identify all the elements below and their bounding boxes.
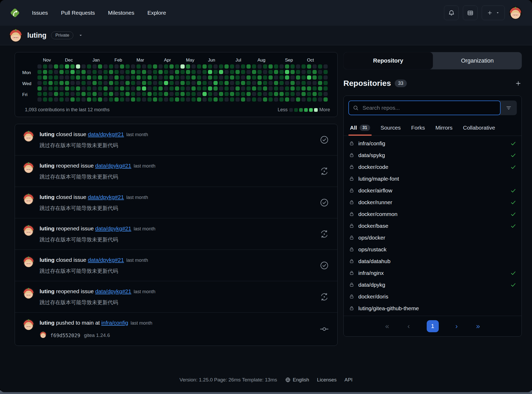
tab-repository[interactable]: Repository <box>343 52 433 69</box>
repo-list-item[interactable]: docker/base <box>344 220 522 232</box>
repo-list-item[interactable]: docker/airflow <box>344 185 522 196</box>
feed-actor-link[interactable]: luting <box>40 288 54 294</box>
nav-link-pull-requests[interactable]: Pull Requests <box>61 10 95 16</box>
next-page-button[interactable]: › <box>454 323 459 330</box>
feed-item-title: luting reopened issue data/dpykg#21 last… <box>40 225 319 233</box>
user-menu-avatar[interactable] <box>509 6 522 19</box>
feed-actor-avatar[interactable] <box>23 256 34 269</box>
footer-link-api[interactable]: API <box>344 377 353 383</box>
heatmap-cell <box>285 86 289 91</box>
search-icon <box>353 105 359 111</box>
feed-actor-avatar[interactable] <box>23 162 34 174</box>
heatmap-cell <box>191 92 196 96</box>
nav-link-explore[interactable]: Explore <box>147 10 166 16</box>
repo-list-item[interactable]: docker/runner <box>344 196 522 208</box>
heatmap-cell <box>65 97 69 102</box>
feed-actor-link[interactable]: luting <box>40 194 54 200</box>
page-1-button[interactable]: 1 <box>427 320 439 332</box>
repo-search-input[interactable] <box>362 104 496 111</box>
filter-tab-sources[interactable]: Sources <box>381 125 401 136</box>
feed-target-link[interactable]: data/dpykg#21 <box>95 225 131 231</box>
feed-target-link[interactable]: data/dpykg#21 <box>88 194 124 200</box>
heatmap-cell <box>230 92 234 96</box>
heatmap-cell <box>125 64 130 69</box>
heatmap-cell <box>175 92 179 96</box>
heatmap-cell <box>87 64 91 69</box>
filter-tab-all[interactable]: All31 <box>350 125 370 136</box>
repo-name: data/dpykg <box>358 282 510 288</box>
last-page-button[interactable]: » <box>475 323 482 330</box>
heatmap-cell <box>246 86 251 91</box>
admin-panel-button[interactable] <box>463 5 478 20</box>
feed-actor-link[interactable]: luting <box>40 225 54 231</box>
repo-list-item[interactable]: ops/rustack <box>344 243 522 255</box>
heatmap-cell <box>109 97 113 102</box>
heatmap-cell <box>246 81 251 85</box>
heatmap-cell <box>285 92 289 96</box>
filter-tab-collaborative[interactable]: Collaborative <box>463 125 495 136</box>
feed-target-link[interactable]: data/dpykg#21 <box>95 288 131 294</box>
heatmap-cell <box>76 81 80 85</box>
repo-list-item[interactable]: data/spykg <box>344 149 522 161</box>
heatmap-cell <box>323 75 328 80</box>
repo-list-item[interactable]: data/dpykg <box>344 279 522 291</box>
repo-name: docker/doris <box>358 293 516 300</box>
feed-target-link[interactable]: data/dpykg#21 <box>88 131 124 137</box>
feed-actor-avatar[interactable] <box>23 287 34 300</box>
heatmap-cell <box>257 75 262 80</box>
filter-tab-label: Forks <box>411 125 425 131</box>
filter-tab-mirrors[interactable]: Mirrors <box>435 125 452 136</box>
repo-list-item[interactable]: luting/maple-font <box>344 173 522 185</box>
heatmap-cell <box>54 81 58 85</box>
heatmap-cell <box>180 86 185 91</box>
feed-item-title: luting reopened issue data/dpykg#21 last… <box>40 287 319 296</box>
notifications-button[interactable] <box>444 5 459 20</box>
feed-target-link[interactable]: data/dpykg#21 <box>88 257 124 263</box>
commit-sha-link[interactable]: f69d552029 <box>50 332 80 338</box>
repo-list-item[interactable]: docker/common <box>344 208 522 220</box>
feed-actor-link[interactable]: luting <box>40 163 54 169</box>
first-page-button[interactable]: « <box>383 323 391 330</box>
repo-list-item[interactable]: docker/code <box>344 161 522 173</box>
profile-dropdown-caret-icon[interactable] <box>78 33 83 38</box>
repo-list-item[interactable]: luting/gitea-github-theme <box>344 302 522 314</box>
filter-tab-forks[interactable]: Forks <box>411 125 425 136</box>
heatmap-cell <box>114 86 119 91</box>
repo-list-item[interactable]: infra/nginx <box>344 267 522 279</box>
repo-list-item[interactable]: docker/doris <box>344 291 522 302</box>
feed-actor-link[interactable]: luting <box>40 320 54 326</box>
feed-actor-avatar[interactable] <box>23 193 34 206</box>
profile-avatar[interactable] <box>9 29 23 42</box>
nav-link-milestones[interactable]: Milestones <box>108 10 134 16</box>
heatmap-cell <box>142 86 146 91</box>
footer-link-licenses[interactable]: Licenses <box>317 377 337 383</box>
heatmap-cell <box>120 97 124 102</box>
plus-icon <box>487 10 493 16</box>
feed-target-link[interactable]: infra/config <box>101 320 128 326</box>
filter-tab-label: Sources <box>381 125 401 131</box>
feed-actor-avatar[interactable] <box>23 130 34 143</box>
repo-list-item[interactable]: infra/config <box>344 137 522 149</box>
heatmap-cell <box>136 86 141 91</box>
heatmap-cell <box>301 86 306 91</box>
feed-actor-avatar[interactable] <box>23 319 34 331</box>
heatmap-cell <box>219 81 223 85</box>
heatmap-cell <box>43 70 47 74</box>
repo-list-item[interactable]: ops/docker <box>344 232 522 243</box>
feed-actor-link[interactable]: luting <box>40 257 54 263</box>
feed-item: luting reopened issue data/dpykg#21 last… <box>15 155 337 187</box>
prev-page-button[interactable]: ‹ <box>406 323 412 330</box>
footer-link-english[interactable]: English <box>285 377 309 383</box>
repo-list-item[interactable]: data/datahub <box>344 255 522 267</box>
new-repository-button[interactable] <box>515 80 522 87</box>
feed-target-link[interactable]: data/dpykg#21 <box>95 163 131 169</box>
heatmap-cell <box>279 81 284 85</box>
heatmap-cell <box>37 75 42 80</box>
create-new-button[interactable] <box>482 5 505 20</box>
feed-actor-avatar[interactable] <box>23 225 34 237</box>
repo-filter-button[interactable] <box>501 101 517 115</box>
tab-organization[interactable]: Organization <box>433 52 522 69</box>
gitea-logo-icon[interactable] <box>9 7 21 19</box>
nav-link-issues[interactable]: Issues <box>32 10 48 16</box>
feed-actor-link[interactable]: luting <box>40 131 54 137</box>
